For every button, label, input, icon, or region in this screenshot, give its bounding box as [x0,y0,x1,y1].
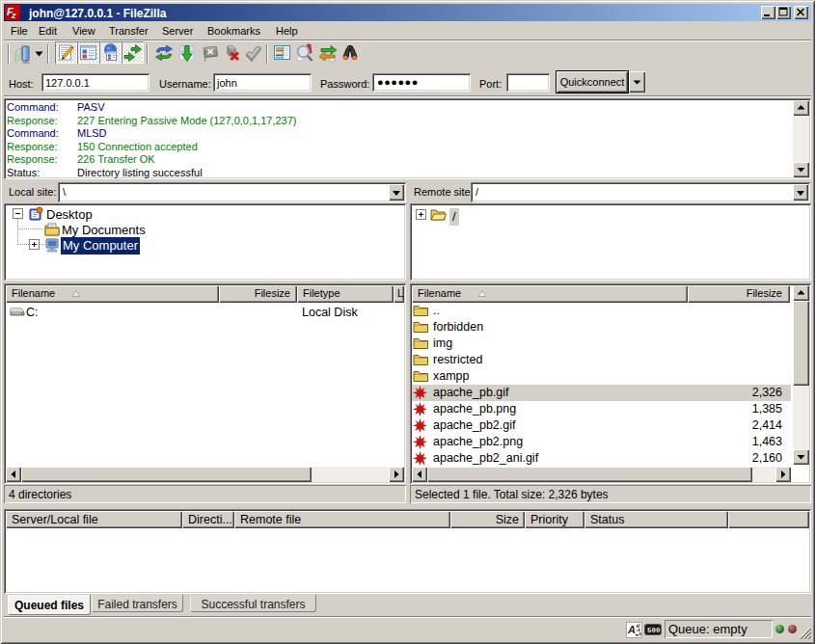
svg-text:500: 500 [647,627,661,634]
svg-text:z: z [11,11,16,20]
svg-text:A: A [627,624,636,635]
